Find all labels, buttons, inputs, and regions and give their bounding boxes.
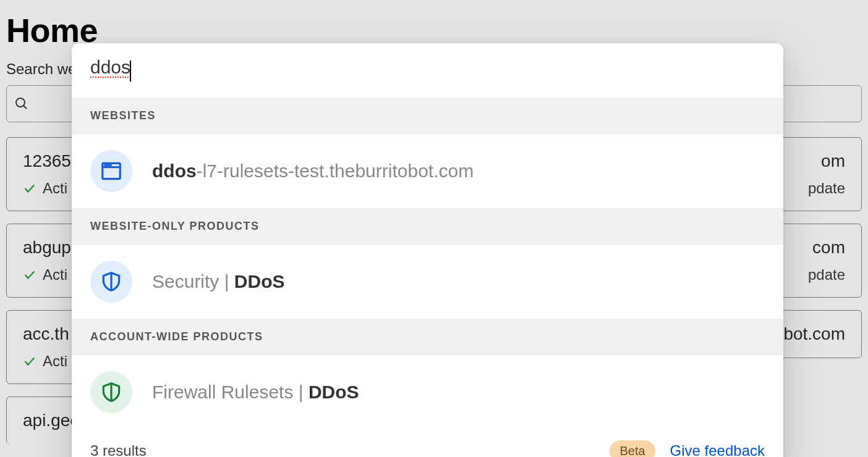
shield-icon bbox=[90, 371, 132, 413]
page-title: Home bbox=[0, 0, 868, 49]
status-text: Acti bbox=[43, 266, 67, 283]
check-icon bbox=[23, 354, 36, 368]
result-text: Security | DDoS bbox=[152, 271, 285, 292]
beta-badge: Beta bbox=[610, 440, 655, 457]
search-icon bbox=[14, 96, 29, 111]
result-text: Firewall Rulesets | DDoS bbox=[152, 382, 359, 403]
svg-point-4 bbox=[105, 164, 106, 166]
status-text: Acti bbox=[43, 180, 67, 197]
check-icon bbox=[23, 182, 36, 195]
modal-footer: 3 results Beta Give feedback bbox=[72, 429, 783, 457]
result-firewall-ddos[interactable]: Firewall Rulesets | DDoS bbox=[72, 355, 783, 429]
section-website-only: WEBSITE-ONLY PRODUCTS bbox=[72, 209, 783, 245]
section-websites: WEBSITES bbox=[72, 98, 783, 134]
result-count: 3 results bbox=[90, 442, 610, 457]
modal-search-input[interactable]: ddos bbox=[90, 57, 130, 77]
search-modal: ddos WEBSITES ddos-l7-rulesets-test.theb… bbox=[72, 43, 783, 457]
result-text: ddos-l7-rulesets-test.theburritobot.com bbox=[152, 161, 474, 182]
result-security-ddos[interactable]: Security | DDoS bbox=[72, 245, 783, 319]
status-text: Acti bbox=[43, 353, 67, 370]
section-account-wide: ACCOUNT-WIDE PRODUCTS bbox=[72, 319, 783, 355]
check-icon bbox=[23, 268, 36, 282]
window-icon bbox=[90, 150, 132, 192]
svg-point-0 bbox=[16, 98, 25, 107]
text-caret bbox=[130, 61, 131, 82]
svg-point-6 bbox=[110, 164, 111, 166]
modal-search-row: ddos bbox=[72, 43, 783, 98]
shield-icon bbox=[90, 261, 132, 303]
result-website[interactable]: ddos-l7-rulesets-test.theburritobot.com bbox=[72, 134, 783, 209]
give-feedback-link[interactable]: Give feedback bbox=[670, 442, 765, 457]
svg-line-1 bbox=[23, 106, 27, 109]
svg-point-5 bbox=[108, 164, 109, 166]
